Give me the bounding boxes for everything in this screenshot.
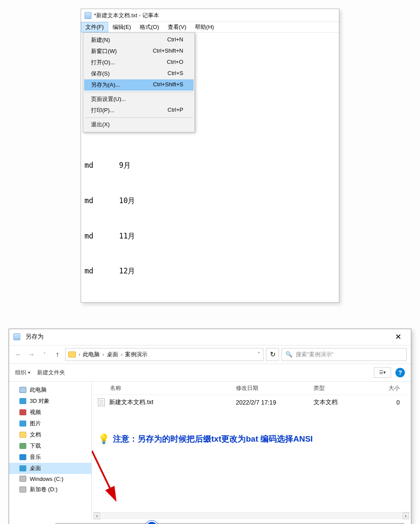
menu-item-exit[interactable]: 退出(X) bbox=[84, 119, 194, 130]
menu-view[interactable]: 查看(V) bbox=[163, 22, 191, 32]
chevron-right-icon: › bbox=[102, 351, 104, 358]
menu-shortcut: Ctrl+Shift+N bbox=[153, 47, 183, 55]
menu-edit[interactable]: 编辑(E) bbox=[108, 22, 135, 32]
chevron-down-icon[interactable]: ▾ bbox=[28, 370, 30, 375]
nav-back-icon[interactable]: ← bbox=[13, 351, 24, 358]
menu-help[interactable]: 帮助(H) bbox=[191, 22, 218, 32]
arrow-annotation-icon bbox=[92, 446, 122, 502]
menu-shortcut: Ctrl+N bbox=[167, 36, 183, 44]
nav-up-icon[interactable]: ↑ bbox=[52, 351, 63, 358]
tree-item-cdrive[interactable]: Windows (C:) bbox=[9, 474, 91, 484]
menu-shortcut: Ctrl+Shift+S bbox=[153, 81, 183, 89]
tree-item-downloads[interactable]: 下载 bbox=[9, 440, 91, 452]
window-title: *新建文本文档.txt - 记事本 bbox=[94, 12, 159, 19]
tree-item-music[interactable]: 音乐 bbox=[9, 452, 91, 463]
close-icon[interactable]: ✕ bbox=[389, 332, 407, 342]
column-date[interactable]: 修改日期 bbox=[236, 384, 313, 392]
pictures-icon bbox=[19, 420, 26, 427]
annotation-text: 注意：另存为的时候把后缀txt更改为bat 编码选择ANSI bbox=[113, 433, 313, 445]
new-folder-button[interactable]: 新建文件夹 bbox=[37, 369, 65, 377]
file-list: 名称 修改日期 类型 大小 新建文本文档.txt 2022/2/7 17:19 … bbox=[92, 382, 411, 520]
drive-icon bbox=[19, 476, 26, 482]
menu-label: 打开(O)... bbox=[91, 59, 115, 66]
editor-line: md9月 bbox=[85, 160, 335, 171]
breadcrumb-item[interactable]: 桌面 bbox=[107, 351, 118, 358]
file-row[interactable]: 新建文本文档.txt 2022/2/7 17:19 文本文档 0 bbox=[92, 395, 411, 410]
toolbar: 组织 ▾ 新建文件夹 ☰▾ ? bbox=[9, 364, 411, 382]
tree-item-thispc[interactable]: 此电脑 bbox=[9, 384, 91, 395]
horizontal-scrollbar[interactable]: ‹ › bbox=[92, 512, 411, 520]
desktop-icon bbox=[19, 465, 26, 471]
text-file-icon bbox=[98, 398, 105, 406]
menu-shortcut: Ctrl+S bbox=[168, 70, 183, 78]
tree-item-pictures[interactable]: 图片 bbox=[9, 418, 91, 429]
menu-item-saveas[interactable]: 另存为(A)... Ctrl+Shift+S bbox=[84, 79, 194, 91]
chevron-right-icon: › bbox=[121, 351, 122, 358]
dialog-body: 此电脑 3D 对象 视频 图片 文档 下载 音乐 桌面 Windows (C:)… bbox=[9, 382, 411, 520]
menu-item-newwindow[interactable]: 新窗口(W) Ctrl+Shift+N bbox=[84, 46, 194, 57]
breadcrumb[interactable]: › 此电脑 › 桌面 › 案例演示 ˅ bbox=[65, 348, 263, 361]
menu-file[interactable]: 文件(F) bbox=[81, 22, 108, 32]
chevron-right-icon: › bbox=[78, 351, 80, 358]
tree-item-ddrive[interactable]: 新加卷 (D:) bbox=[9, 484, 91, 495]
dialog-title: 另存为 bbox=[25, 333, 44, 341]
menu-separator bbox=[85, 117, 193, 118]
navigation-bar: ← → ˅ ↑ › 此电脑 › 桌面 › 案例演示 ˅ ↻ 🔍 搜索"案例演示" bbox=[9, 345, 411, 364]
column-size[interactable]: 大小 bbox=[365, 384, 400, 392]
file-size: 0 bbox=[365, 399, 400, 406]
search-input[interactable]: 🔍 搜索"案例演示" bbox=[282, 348, 407, 361]
file-date: 2022/2/7 17:19 bbox=[236, 399, 313, 406]
menu-item-open[interactable]: 打开(O)... Ctrl+O bbox=[84, 57, 194, 68]
editor-line: md12月 bbox=[85, 265, 335, 277]
tree-item-videos[interactable]: 视频 bbox=[9, 407, 91, 418]
notepad-titlebar[interactable]: *新建文本文档.txt - 记事本 bbox=[81, 9, 339, 22]
organize-button[interactable]: 组织 bbox=[15, 369, 26, 377]
menu-label: 页面设置(U)... bbox=[91, 95, 126, 103]
nav-forward-icon[interactable]: → bbox=[26, 351, 37, 358]
tree-item-3dobjects[interactable]: 3D 对象 bbox=[9, 395, 91, 407]
column-name[interactable]: 名称 bbox=[98, 384, 236, 392]
download-icon bbox=[19, 443, 26, 449]
saveas-titlebar[interactable]: 另存为 ✕ bbox=[9, 329, 411, 345]
file-type: 文本文档 bbox=[313, 398, 365, 406]
scroll-left-icon[interactable]: ‹ bbox=[94, 512, 100, 519]
breadcrumb-item[interactable]: 此电脑 bbox=[83, 351, 100, 358]
menubar: 文件(F) 编辑(E) 格式(O) 查看(V) 帮助(H) bbox=[81, 22, 339, 33]
menu-item-pagesetup[interactable]: 页面设置(U)... bbox=[84, 94, 194, 105]
tree-item-documents[interactable]: 文档 bbox=[9, 429, 91, 440]
scroll-track[interactable] bbox=[101, 512, 401, 519]
documents-icon bbox=[19, 432, 26, 438]
menu-label: 打印(P)... bbox=[91, 107, 114, 114]
save-as-dialog: 另存为 ✕ ← → ˅ ↑ › 此电脑 › 桌面 › 案例演示 ˅ ↻ 🔍 搜索… bbox=[9, 329, 411, 524]
drive-icon bbox=[19, 486, 26, 493]
objects3d-icon bbox=[19, 398, 26, 404]
menu-item-print[interactable]: 打印(P)... Ctrl+P bbox=[84, 105, 194, 116]
menu-label: 退出(X) bbox=[91, 121, 110, 129]
tree-item-desktop[interactable]: 桌面 bbox=[9, 463, 91, 474]
menu-label: 另存为(A)... bbox=[91, 81, 120, 89]
list-header[interactable]: 名称 修改日期 类型 大小 bbox=[92, 382, 411, 395]
folder-icon bbox=[68, 351, 76, 358]
menu-format[interactable]: 格式(O) bbox=[135, 22, 163, 32]
file-dropdown-menu: 新建(N) Ctrl+N 新窗口(W) Ctrl+Shift+N 打开(O)..… bbox=[83, 32, 195, 132]
breadcrumb-item[interactable]: 案例演示 bbox=[125, 351, 147, 358]
editor-line: md11月 bbox=[85, 230, 335, 242]
scroll-right-icon[interactable]: › bbox=[402, 512, 409, 519]
column-type[interactable]: 类型 bbox=[313, 384, 365, 392]
menu-item-save[interactable]: 保存(S) Ctrl+S bbox=[84, 68, 194, 79]
folder-tree: 此电脑 3D 对象 视频 图片 文档 下载 音乐 桌面 Windows (C:)… bbox=[9, 382, 92, 520]
chevron-down-icon[interactable]: ˅ bbox=[39, 352, 50, 357]
help-icon[interactable]: ? bbox=[395, 368, 405, 377]
search-icon: 🔍 bbox=[285, 351, 292, 358]
menu-shortcut: Ctrl+P bbox=[168, 107, 183, 114]
menu-separator bbox=[85, 92, 193, 92]
refresh-icon[interactable]: ↻ bbox=[266, 348, 279, 361]
view-mode-button[interactable]: ☰▾ bbox=[374, 367, 391, 378]
svg-line-0 bbox=[92, 451, 114, 497]
menu-label: 新建(N) bbox=[91, 36, 110, 44]
notepad-app-icon bbox=[13, 333, 20, 340]
step-badge-1: 1 bbox=[145, 521, 158, 524]
menu-label: 保存(S) bbox=[91, 70, 110, 78]
menu-item-new[interactable]: 新建(N) Ctrl+N bbox=[84, 35, 194, 46]
chevron-down-icon[interactable]: ˅ bbox=[257, 351, 260, 358]
